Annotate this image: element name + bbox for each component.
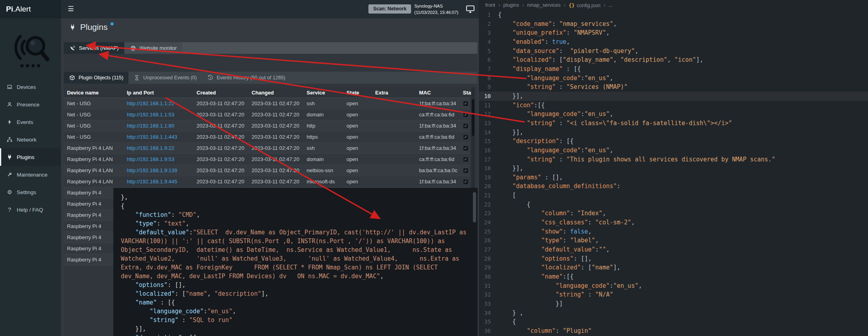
column-header-ip-and-port[interactable]: Ip and Port bbox=[124, 90, 193, 96]
cell-created: 2023-03-11 02:47:20 bbox=[193, 100, 248, 106]
breadcrumb-item[interactable]: nmap_services bbox=[527, 2, 561, 8]
cell-status: ✓ bbox=[460, 134, 472, 140]
row-checkbox[interactable]: ✓ bbox=[463, 112, 468, 118]
cell-state: open bbox=[343, 123, 372, 129]
cell-ip[interactable]: http://192.168.1.9:22 bbox=[124, 145, 193, 151]
cell-ip[interactable]: http://192.168.1.9:139 bbox=[124, 167, 193, 173]
cell-device: Net - USG bbox=[64, 100, 124, 106]
table-header-row: Device nameIp and PortCreatedChangedServ… bbox=[64, 87, 470, 98]
column-header-mac[interactable]: MAC bbox=[416, 90, 460, 96]
column-header-state[interactable]: State bbox=[343, 90, 372, 96]
cell-ip[interactable]: http://192.168.1.9:53 bbox=[124, 156, 193, 162]
cell-ip[interactable]: http://192.168.1.1:53 bbox=[124, 112, 193, 118]
user-icon bbox=[6, 101, 13, 108]
row-checkbox[interactable]: ✓ bbox=[463, 123, 468, 129]
cell-state: open bbox=[343, 145, 372, 151]
sidebar-item-plugins[interactable]: Plugins bbox=[0, 148, 61, 166]
column-header-stat[interactable]: Stat bbox=[460, 90, 472, 96]
app-logo-text[interactable]: Pi.Alert bbox=[0, 0, 61, 18]
code-line: 9 "string" : "Services (NMAP)" bbox=[479, 83, 868, 92]
line-number: 28 bbox=[479, 254, 498, 263]
wrench-icon bbox=[6, 171, 13, 178]
row-checkbox[interactable]: ✓ bbox=[463, 168, 468, 173]
table-row: Net - USGhttp://192.168.1.1:4432023-03-1… bbox=[64, 132, 470, 143]
cell-ip[interactable]: http://192.168.1.1:80 bbox=[124, 123, 193, 129]
breadcrumb-item[interactable]: plugins bbox=[503, 2, 519, 8]
column-header-changed[interactable]: Changed bbox=[248, 90, 303, 96]
cell-service: ssh bbox=[303, 145, 343, 151]
table-row: Raspberry Pi 4 LANhttp://192.168.1.9:532… bbox=[64, 154, 470, 165]
cell-state: open bbox=[343, 134, 372, 140]
sidebar-item-help-faq[interactable]: ?Help / FAQ bbox=[0, 201, 61, 218]
cell-ip[interactable]: http://192.168.1.9:445 bbox=[124, 179, 193, 185]
subtab-plugin-objects-115[interactable]: Plugin Objects (115) bbox=[64, 72, 128, 84]
column-header-extra[interactable]: Extra bbox=[372, 90, 416, 96]
code-line: 18 }], bbox=[479, 164, 868, 173]
row-checkbox[interactable]: ✓ bbox=[463, 145, 468, 151]
page-title-text: Plugins bbox=[80, 22, 108, 32]
breadcrumb: front›plugins›nmap_services›{}config.jso… bbox=[479, 0, 868, 10]
sidebar-item-settings[interactable]: ⚙Settings bbox=[0, 183, 61, 201]
pialert-app: Pi.Alert ☰ Scan: Network Synology-NAS (1… bbox=[0, 0, 479, 336]
plugin-tabs: Services (NMAP)Website monitor bbox=[64, 42, 477, 54]
cell-mac: ca:ff:ff:ca:ba:6d bbox=[416, 112, 460, 118]
line-number: 23 bbox=[479, 209, 498, 218]
breadcrumb-item[interactable]: ... bbox=[608, 2, 612, 8]
sidebar-item-maintenance[interactable]: Maintenance bbox=[0, 166, 61, 183]
row-checkbox[interactable]: ✓ bbox=[463, 179, 468, 185]
title-badge-dot bbox=[110, 22, 114, 26]
table-scrollbar-thumb[interactable] bbox=[472, 99, 474, 136]
cell-device: Raspberry Pi 4 LAN bbox=[64, 179, 124, 185]
pialert-logo bbox=[0, 18, 61, 78]
cell-mac: ca:ff:ff:ca:ba:6d bbox=[416, 134, 460, 140]
breadcrumb-item[interactable]: {}config.json bbox=[569, 2, 600, 8]
hamburger-menu-icon[interactable]: ☰ bbox=[68, 0, 74, 18]
code-line: 22 { bbox=[479, 200, 868, 209]
overlay-scrollbar-thumb[interactable] bbox=[473, 192, 476, 222]
code-line: 4 "enabled": true, bbox=[479, 37, 868, 47]
cell-created: 2023-03-11 02:47:20 bbox=[193, 145, 248, 151]
column-header-service[interactable]: Service bbox=[303, 90, 343, 96]
cell-service: http bbox=[303, 123, 343, 129]
code-line: 7 "display_name" : [{ bbox=[479, 65, 868, 74]
cell-service: netbios-ssn bbox=[303, 167, 343, 173]
host-name: Synology-NAS bbox=[414, 3, 459, 9]
cell-created: 2023-03-11 02:47:20 bbox=[193, 179, 248, 185]
line-number: 3 bbox=[479, 28, 498, 37]
cell-status: ✓ bbox=[460, 123, 472, 129]
code-line: 32 "string" : "N/A" bbox=[479, 290, 868, 299]
cell-service: ssh bbox=[303, 100, 343, 106]
line-number: 24 bbox=[479, 218, 498, 227]
row-checkbox[interactable]: ✓ bbox=[463, 157, 468, 162]
line-number: 7 bbox=[479, 65, 498, 74]
host-info: Synology-NAS (11/03/2023, 15:46:07) bbox=[414, 3, 459, 16]
sidebar-item-network[interactable]: Network bbox=[0, 131, 61, 148]
line-number: 1 bbox=[479, 10, 498, 20]
code-line: 25 "show": false, bbox=[479, 227, 868, 236]
cell-device: Net - USG bbox=[64, 134, 124, 140]
line-number: 29 bbox=[479, 263, 498, 272]
sidebar-item-presence[interactable]: Presence bbox=[0, 96, 61, 113]
cell-ip[interactable]: http://192.168.1.1:443 bbox=[124, 134, 193, 140]
subtab-unprocessed-events-0[interactable]: Unprocessed Events (0) bbox=[128, 72, 202, 84]
cell-ip[interactable]: http://192.168.1.1:22 bbox=[124, 100, 193, 106]
code-line: 26 "type": "label", bbox=[479, 236, 868, 245]
sidebar-item-devices[interactable]: Devices bbox=[0, 78, 61, 96]
breadcrumb-item[interactable]: front bbox=[485, 2, 495, 8]
code-line: 13 "string" : "<i class=\"fa-solid fa-sa… bbox=[479, 119, 868, 128]
row-checkbox[interactable]: ✓ bbox=[463, 101, 468, 106]
column-header-device-name[interactable]: Device name bbox=[64, 90, 124, 96]
table-row: Raspberry Pi 4 LANhttp://192.168.1.9:445… bbox=[64, 176, 470, 187]
line-number: 11 bbox=[479, 101, 498, 110]
code-line: 1{ bbox=[479, 10, 868, 20]
subtab-events-history-50-out-of-1265[interactable]: Events History (50 out of 1265) bbox=[202, 72, 290, 84]
subtab-label: Unprocessed Events (0) bbox=[143, 75, 197, 81]
code-line: 34 } , bbox=[479, 308, 868, 318]
sidebar-item-events[interactable]: Events bbox=[0, 113, 61, 131]
column-header-created[interactable]: Created bbox=[193, 90, 248, 96]
table-row: Net - USGhttp://192.168.1.1:222023-03-11… bbox=[64, 98, 470, 109]
tab-website-monitor[interactable]: Website monitor bbox=[124, 42, 183, 54]
row-checkbox[interactable]: ✓ bbox=[463, 134, 468, 140]
sidebar: DevicesPresenceEventsNetworkPluginsMaint… bbox=[0, 18, 61, 336]
tab-services-nmap[interactable]: Services (NMAP) bbox=[64, 42, 124, 54]
